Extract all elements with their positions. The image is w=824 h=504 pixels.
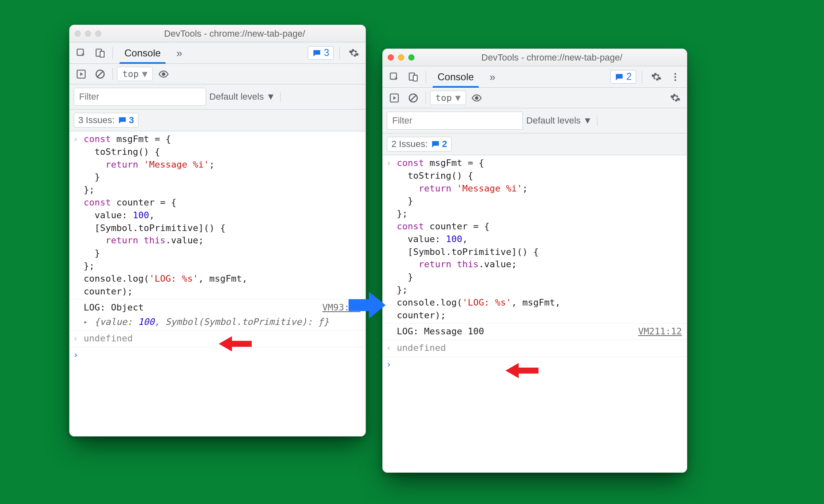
clear-console-icon[interactable]: [405, 90, 421, 106]
titlebar: DevTools - chrome://new-tab-page/: [70, 25, 365, 42]
log-output: LOG: Object: [84, 301, 322, 314]
dropdown-caret-icon: ▼: [266, 91, 275, 102]
tabs-overflow-icon[interactable]: »: [484, 72, 501, 82]
device-toggle-icon[interactable]: [92, 45, 108, 61]
dropdown-caret-icon: ▼: [142, 69, 147, 79]
console-input-row[interactable]: const msgFmt = { toString() { return 'Me…: [383, 155, 687, 323]
expand-triangle-icon[interactable]: [84, 316, 94, 329]
window-title: DevTools - chrome://new-tab-page/: [422, 52, 682, 63]
window-title: DevTools - chrome://new-tab-page/: [109, 28, 360, 39]
blank-gutter: [73, 316, 84, 329]
console-return-row: undefined: [383, 340, 687, 356]
execution-context-label: top: [435, 93, 452, 103]
close-dot[interactable]: [75, 30, 81, 37]
svg-rect-2: [100, 51, 104, 57]
devtools-main-toolbar: Console » 3: [70, 42, 365, 64]
tab-console[interactable]: Console: [430, 66, 481, 88]
blank-gutter: [386, 325, 397, 338]
input-caret-icon: [386, 157, 397, 322]
console-prompt-row[interactable]: ›: [70, 347, 365, 363]
devtools-main-toolbar: Console » 2: [383, 66, 687, 88]
minimize-dot[interactable]: [85, 30, 91, 37]
console-filter-bar: Default levels ▼: [70, 84, 365, 110]
zoom-dot[interactable]: [95, 30, 101, 37]
console-log-row[interactable]: LOG: Object VM93:12: [70, 299, 365, 316]
close-dot[interactable]: [388, 54, 394, 61]
issues-chip[interactable]: 3 Issues: 3: [74, 113, 138, 128]
devtools-window-left: DevTools - chrome://new-tab-page/ Consol…: [69, 25, 366, 436]
source-link[interactable]: VM211:12: [638, 325, 682, 338]
svg-point-6: [162, 72, 165, 75]
tabs-overflow-icon[interactable]: »: [171, 48, 188, 58]
annotation-arrow-right-icon: [506, 362, 538, 380]
settings-gear-icon[interactable]: [648, 69, 665, 85]
svg-rect-9: [413, 75, 417, 81]
input-caret-icon: [73, 133, 84, 298]
issues-pill[interactable]: 3: [308, 46, 334, 60]
svg-point-10: [674, 73, 676, 75]
tab-console-label: Console: [124, 47, 161, 59]
code-block: const msgFmt = { toString() { return 'Me…: [84, 133, 360, 298]
console-filter-bar: Default levels ▼: [383, 108, 687, 133]
prompt-caret-icon: ›: [386, 358, 397, 371]
output-caret-icon: [73, 332, 84, 345]
console-context-toolbar: top ▼: [70, 64, 365, 84]
tab-console-label: Console: [438, 71, 474, 83]
svg-point-11: [674, 76, 676, 77]
clear-console-icon[interactable]: [92, 66, 108, 82]
console-log-row[interactable]: LOG: Message 100 VM211:12: [383, 323, 687, 340]
console-object-row[interactable]: {value: 100, Symbol(Symbol.toPrimitive):…: [70, 316, 365, 330]
execution-context-select[interactable]: top ▼: [117, 67, 153, 81]
execution-context-label: top: [122, 69, 139, 79]
execution-context-select[interactable]: top ▼: [430, 91, 466, 105]
code-block: const msgFmt = { toString() { return 'Me…: [397, 157, 682, 322]
minimize-dot[interactable]: [398, 54, 404, 61]
log-output: LOG: Message 100: [397, 325, 638, 338]
prompt-input[interactable]: [397, 358, 682, 371]
svg-line-15: [411, 95, 416, 100]
window-controls[interactable]: [75, 30, 101, 37]
settings-gear-icon[interactable]: [346, 45, 362, 61]
log-levels-label: Default levels: [209, 91, 264, 102]
issues-bar: 2 Issues: 2: [383, 133, 687, 155]
live-expression-eye-icon[interactable]: [155, 66, 172, 82]
console-context-toolbar: top ▼: [383, 88, 687, 108]
dropdown-caret-icon: ▼: [583, 115, 592, 126]
annotation-arrow-left-icon: [219, 336, 252, 354]
issues-pill-count: 2: [626, 71, 632, 82]
svg-point-16: [475, 96, 478, 99]
issues-pill-count: 3: [324, 47, 329, 58]
play-icon[interactable]: [386, 90, 403, 106]
sidebar-gear-icon[interactable]: [667, 90, 684, 106]
issues-pill[interactable]: 2: [610, 70, 636, 84]
devtools-window-right: DevTools - chrome://new-tab-page/ Consol…: [382, 49, 687, 473]
dropdown-caret-icon: ▼: [455, 93, 461, 103]
svg-point-12: [674, 79, 676, 81]
log-levels-label: Default levels: [526, 115, 581, 126]
console-return-row: undefined: [70, 330, 365, 347]
more-menu-icon[interactable]: [667, 69, 684, 85]
issues-chip[interactable]: 2 Issues: 2: [387, 137, 452, 152]
device-toggle-icon[interactable]: [405, 69, 421, 85]
return-value: undefined: [397, 342, 682, 355]
tab-console[interactable]: Console: [117, 42, 168, 64]
log-levels-select[interactable]: Default levels ▼: [209, 91, 275, 102]
issues-chip-count: 3: [129, 115, 134, 126]
console-output: const msgFmt = { toString() { return 'Me…: [383, 155, 687, 472]
filter-input[interactable]: [74, 88, 206, 106]
inspect-element-icon[interactable]: [386, 69, 403, 85]
zoom-dot[interactable]: [408, 54, 414, 61]
console-input-row[interactable]: const msgFmt = { toString() { return 'Me…: [70, 131, 365, 299]
issues-chip-label: 3 Issues:: [78, 115, 115, 126]
inspect-element-icon[interactable]: [73, 45, 89, 61]
issues-bar: 3 Issues: 3: [70, 110, 365, 131]
window-controls[interactable]: [388, 54, 414, 61]
filter-input[interactable]: [387, 112, 523, 130]
console-output: const msgFmt = { toString() { return 'Me…: [70, 131, 365, 436]
live-expression-eye-icon[interactable]: [468, 90, 485, 106]
titlebar: DevTools - chrome://new-tab-page/: [383, 49, 687, 66]
play-icon[interactable]: [73, 66, 89, 82]
transition-arrow-icon: [349, 290, 386, 321]
log-levels-select[interactable]: Default levels ▼: [526, 115, 592, 126]
svg-line-5: [98, 71, 103, 77]
